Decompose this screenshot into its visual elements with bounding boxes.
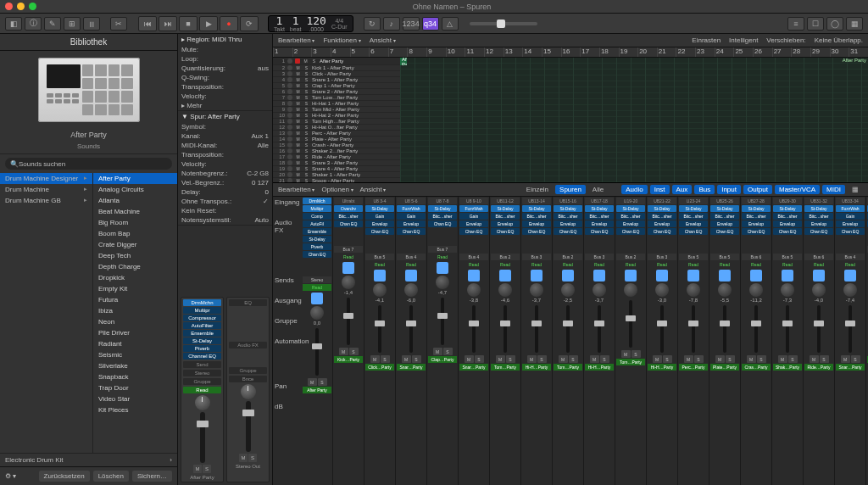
track-icon[interactable] (687, 270, 699, 282)
library-preset-item[interactable]: Trap Door (93, 382, 177, 393)
plugin-slot[interactable]: Gain (836, 213, 865, 220)
plugin-slot[interactable]: Bitc…sher (428, 213, 457, 220)
plugin-slot[interactable]: Envelop (773, 220, 802, 227)
volume-fader[interactable] (723, 305, 726, 353)
library-preset-item[interactable]: Beat Machine (93, 206, 177, 217)
pan-knob[interactable] (655, 283, 669, 297)
volume-fader[interactable] (629, 300, 632, 348)
plugin-slot[interactable]: Bitc…sher (554, 213, 582, 220)
input-slot[interactable]: UB17-18 (585, 198, 614, 204)
solo-button[interactable]: S (248, 454, 257, 462)
channel-name[interactable]: Tom…Party (554, 364, 582, 371)
volume-fader[interactable] (598, 305, 601, 353)
plugin-slot[interactable]: Gain (459, 213, 488, 220)
inspector-param-row[interactable]: Transposition: (178, 150, 272, 159)
arrange-edit-menu[interactable]: Bearbeiten (278, 36, 314, 44)
pan-knob[interactable] (561, 283, 575, 297)
pan-knob[interactable] (781, 283, 794, 297)
track-inspector-head[interactable]: ▼ Spur: After Party (178, 111, 272, 122)
mute-button[interactable]: M (308, 378, 317, 386)
save-button[interactable]: Sichern… (132, 471, 172, 482)
plugin-slot[interactable]: Chan EQ (334, 220, 363, 227)
toolbar-toggle[interactable]: ✎ (44, 17, 61, 31)
solo-button[interactable]: S (726, 355, 735, 363)
automation-mode[interactable]: Read (397, 261, 426, 268)
pan-knob[interactable] (373, 283, 387, 297)
mute-button[interactable]: M (653, 355, 662, 363)
plugin-slot[interactable]: Envelop (459, 220, 488, 227)
automation-mode[interactable]: Read (334, 254, 363, 260)
track-icon[interactable] (531, 270, 542, 282)
mixer-channel[interactable]: UltrabtOverdrvBitc…sherChan EQBus 7Read-… (333, 197, 364, 485)
plugin-slot[interactable]: St-Delay (428, 205, 457, 212)
output-slot[interactable]: Bus 6 (804, 254, 833, 260)
track-header[interactable]: 4MSSnare 1 - After Party (273, 77, 400, 83)
plugin-slot[interactable]: Chan EQ (710, 228, 739, 235)
plugin-slot[interactable]: Ensemble (183, 330, 221, 337)
snap-mode[interactable]: Intelligent (729, 36, 758, 44)
plugin-slot[interactable]: Envelop (365, 220, 394, 227)
output-slot[interactable]: Bus 5 (773, 254, 802, 260)
track-header[interactable]: 1MSAfter Party (273, 58, 400, 65)
plugin-slot[interactable]: Chan EQ (773, 228, 802, 235)
plugin-slot[interactable]: Overdrv (334, 205, 363, 212)
input-slot[interactable]: UB33-34 (836, 198, 865, 204)
mixer-channel[interactable]: UB25-26St-DelayBitc…sherEnvelopChan EQBu… (709, 197, 741, 485)
plugin-slot[interactable]: FuzzWah (836, 205, 865, 212)
channel-name[interactable]: Cras…Party (742, 364, 771, 371)
library-category-footer[interactable]: Electronic Drum Kit› (0, 453, 177, 466)
plugin-slot[interactable]: Chan EQ (522, 228, 551, 235)
track-header[interactable]: 19MSSnare 4 - After Party (273, 166, 400, 172)
channel-name[interactable]: Click…Party (365, 364, 394, 371)
library-preset-item[interactable]: After Party (93, 173, 177, 184)
plugin-slot[interactable]: St-Delay (303, 236, 331, 242)
plugin-slot[interactable]: St-Delay (679, 205, 708, 212)
plugin-slot[interactable]: St-Delay (491, 205, 520, 212)
input-slot[interactable]: U8 9-10 (459, 198, 488, 204)
track-icon[interactable] (499, 270, 511, 282)
plugin-slot[interactable]: Gain (365, 213, 394, 220)
track-header[interactable]: 18MSSnare 3 - After Party (273, 160, 400, 166)
plugin-slot[interactable]: Chan EQ (616, 228, 645, 235)
plugin-slot[interactable]: Chan EQ (804, 228, 833, 235)
channel-name[interactable]: Snar…Party (459, 364, 488, 371)
inspector-param-row[interactable]: Delay:0 (178, 187, 272, 197)
mute-button[interactable]: M (239, 454, 248, 462)
track-icon[interactable] (844, 270, 856, 282)
library-preset-item[interactable]: Analog Circuits (93, 184, 177, 195)
volume-fader[interactable] (754, 305, 758, 353)
volume-fader[interactable] (472, 305, 476, 353)
mixer-channel[interactable]: U23-24St-DelayBitc…sherEnvelopChan EQBus… (678, 197, 709, 485)
track-icon[interactable] (782, 270, 793, 282)
mute-button[interactable]: M (402, 355, 411, 363)
library-preset-item[interactable]: Depth Charge (93, 261, 177, 272)
automation-mode[interactable]: Read (804, 261, 833, 268)
plugin-slot[interactable]: Chan EQ (303, 251, 331, 258)
output-slot[interactable]: Bus 3 (522, 254, 551, 260)
mixer-scope-all[interactable]: Alle (588, 185, 608, 194)
track-header[interactable]: 8MSHi-Hat 1 - After Party (273, 101, 400, 107)
plugin-slot[interactable]: Envelop (491, 220, 520, 227)
mixer-channel[interactable]: U8 7-8St-DelayBitc…sherChan EQBus 7Read-… (427, 197, 459, 485)
automation-mode[interactable]: Read (522, 261, 551, 268)
pan-knob[interactable] (718, 283, 732, 297)
channel-name[interactable]: Ride…Party (804, 364, 833, 371)
solo-button[interactable]: S (569, 355, 578, 363)
pan-knob[interactable] (687, 283, 700, 297)
plugin-slot[interactable]: Bitc…sher (710, 213, 739, 220)
inspector-param-row[interactable]: MIDI-Kanal:Alle (178, 141, 272, 150)
pan-knob[interactable] (624, 283, 637, 297)
input-slot[interactable]: U23-24 (679, 198, 708, 204)
automation-mode[interactable]: Read (679, 261, 708, 268)
plugin-slot[interactable]: Bitc…sher (585, 213, 614, 220)
mute-button[interactable]: M (193, 465, 202, 473)
inspector-param-row[interactable]: Transposition: (178, 82, 272, 92)
record-button[interactable]: ● (220, 16, 238, 31)
plugin-slot[interactable]: AutoFil (303, 220, 331, 227)
plugin-slot[interactable]: Ptverb (183, 345, 221, 352)
inspector-param-row[interactable]: Mute: (178, 45, 272, 54)
plugin-slot[interactable]: Envelop (554, 220, 582, 227)
automation-mode[interactable]: Read (365, 261, 394, 268)
plugin-slot[interactable]: St-Delay (648, 205, 676, 212)
input-slot[interactable]: DrmMch (303, 198, 331, 204)
